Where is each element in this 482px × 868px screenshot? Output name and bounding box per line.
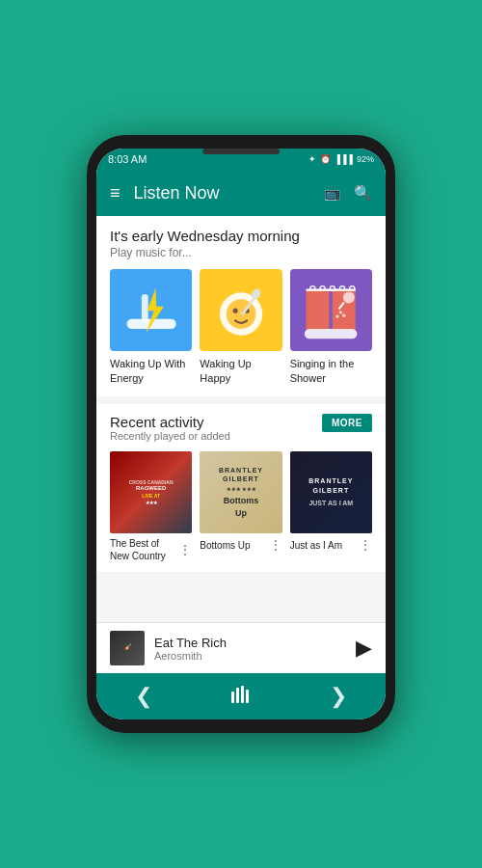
now-playing-info: Eat The Rich Aerosmith (154, 636, 356, 662)
bluetooth-icon: ✦ (308, 154, 316, 164)
back-icon[interactable]: ❮ (135, 684, 152, 709)
album-label-just: Just as I Am (290, 539, 359, 552)
play-button[interactable]: ▶ (356, 636, 372, 661)
recent-header: Recent activity Recently played or added… (110, 414, 372, 449)
playlist-label-shower: Singing in the Shower (290, 357, 372, 385)
album-menu-just[interactable]: ⋮ (359, 537, 372, 553)
app-title: Listen Now (134, 183, 324, 203)
svg-rect-23 (231, 692, 234, 703)
bottom-nav: ❮ ❯ (96, 673, 386, 719)
alarm-icon: ⏰ (320, 154, 331, 164)
svg-rect-17 (305, 328, 358, 338)
cast-icon[interactable]: 📺 (324, 185, 340, 201)
playlist-art-energy (110, 269, 192, 351)
album-art-country: CROSS CANADIAN RAGWEED LIVE AT ★★★ (110, 451, 192, 533)
hamburger-icon[interactable]: ≡ (110, 184, 120, 202)
album-row: CROSS CANADIAN RAGWEED LIVE AT ★★★ The B… (110, 451, 372, 572)
playlist-art-shower (290, 269, 372, 351)
album-label-country: The Best of New Country (110, 537, 178, 562)
playlist-label-energy: Waking Up With Energy (110, 357, 192, 385)
status-icons: ✦ ⏰ ▐▐▐ 92% (308, 154, 374, 164)
recent-title: Recent activity (110, 414, 230, 430)
playlist-item-happy[interactable]: Waking Up Happy (200, 269, 281, 385)
album-label-bottoms: Bottoms Up (200, 539, 268, 552)
svg-rect-26 (246, 690, 249, 703)
now-playing-bar[interactable]: 🎸 Eat The Rich Aerosmith ▶ (96, 622, 386, 673)
svg-rect-25 (241, 686, 244, 703)
album-item-bottoms[interactable]: BRANTLEY GILBERT ★ ★ ★ ★ ★ ★ Bottoms Up (200, 451, 281, 562)
album-bottom-country: The Best of New Country ⋮ (110, 537, 192, 562)
forward-icon[interactable]: ❯ (330, 684, 347, 709)
recent-subtitle: Recently played or added (110, 430, 230, 442)
recent-section: Recent activity Recently played or added… (96, 404, 386, 572)
equalizer-icon[interactable] (230, 686, 252, 708)
svg-rect-15 (307, 290, 330, 330)
svg-rect-24 (236, 688, 239, 703)
playlist-art-happy (200, 269, 281, 351)
morning-section: It's early Wednesday morning Play music … (96, 216, 386, 396)
svg-point-18 (343, 291, 355, 303)
signal-icon: ▐▐▐ (335, 154, 353, 164)
playlist-label-happy: Waking Up Happy (200, 357, 281, 385)
morning-subtitle: Play music for... (110, 246, 372, 259)
battery-text: 92% (357, 154, 374, 164)
svg-point-21 (342, 313, 345, 316)
morning-title: It's early Wednesday morning (110, 228, 372, 244)
album-menu-bottoms[interactable]: ⋮ (269, 537, 282, 553)
album-item-just[interactable]: BRANTLEY GILBERT JUST AS I AM Just as I … (290, 451, 372, 562)
search-icon[interactable]: 🔍 (354, 184, 372, 202)
album-bottom-bottoms: Bottoms Up ⋮ (200, 537, 281, 553)
album-art-bottoms: BRANTLEY GILBERT ★ ★ ★ ★ ★ ★ Bottoms Up (200, 451, 281, 533)
album-bottom-just: Just as I Am ⋮ (290, 537, 372, 553)
album-art-just: BRANTLEY GILBERT JUST AS I AM (290, 451, 372, 533)
svg-point-5 (232, 308, 237, 312)
now-playing-thumb: 🎸 (110, 631, 145, 665)
now-playing-title: Eat The Rich (154, 636, 356, 650)
playlist-item-energy[interactable]: Waking Up With Energy (110, 269, 192, 385)
svg-rect-1 (141, 294, 147, 322)
phone-outer: 8:03 AM ✦ ⏰ ▐▐▐ 92% ≡ Listen Now 📺 🔍 It'… (87, 135, 395, 733)
svg-point-22 (335, 314, 338, 317)
status-time: 8:03 AM (108, 153, 147, 165)
more-button[interactable]: MORE (322, 414, 372, 432)
album-menu-country[interactable]: ⋮ (178, 542, 192, 557)
playlist-item-shower[interactable]: Singing in the Shower (290, 269, 372, 385)
album-item-country[interactable]: CROSS CANADIAN RAGWEED LIVE AT ★★★ The B… (110, 451, 192, 562)
status-bar: 8:03 AM ✦ ⏰ ▐▐▐ 92% (96, 149, 386, 170)
now-playing-artist: Aerosmith (154, 650, 356, 662)
top-bar-actions: 📺 🔍 (324, 184, 372, 202)
phone-screen: 8:03 AM ✦ ⏰ ▐▐▐ 92% ≡ Listen Now 📺 🔍 It'… (96, 149, 386, 719)
top-bar: ≡ Listen Now 📺 🔍 (96, 170, 386, 216)
svg-point-20 (339, 311, 342, 313)
playlist-row: Waking Up With Energy (110, 269, 372, 396)
content-area: It's early Wednesday morning Play music … (96, 216, 386, 622)
